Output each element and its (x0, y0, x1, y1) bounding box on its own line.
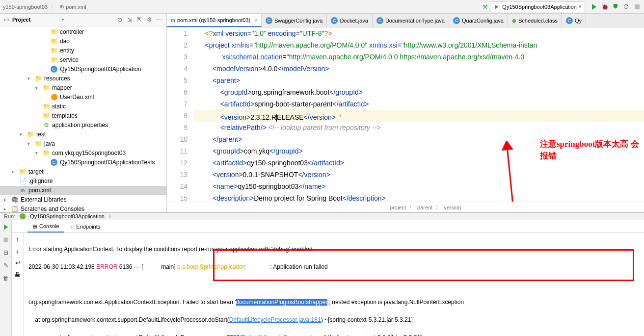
editor-tab[interactable]: CQy (562, 14, 586, 27)
console-output[interactable]: Error starting ApplicationContext. To di… (24, 233, 644, 336)
svg-point-2 (20, 213, 26, 219)
tree-item[interactable]: ▾📁resources (0, 74, 166, 83)
run-config-selector[interactable]: Qy150Springboot03Application ▾ (490, 1, 585, 12)
expand-icon[interactable]: ⇲ (126, 16, 133, 23)
spring-icon (19, 213, 26, 220)
run-config-name[interactable]: Qy150Springboot03Application (30, 213, 105, 219)
select-file-icon[interactable]: ⊙ (116, 16, 123, 23)
editor-tab[interactable]: mpom.xml (qy150-springboot03)× (167, 14, 262, 27)
editor-tab[interactable]: CQuarzConfig.java (449, 14, 508, 27)
tree-item[interactable]: CQy150Springboot03ApplicationTests (0, 158, 166, 167)
hide-icon[interactable]: — (156, 16, 162, 23)
top-toolbar: y150-springboot03 〉 m pom.xml ⚒ Qy150Spr… (0, 0, 644, 14)
debug-icon[interactable]: 🐞 (601, 3, 609, 11)
run-tool-window: Run: Qy150Springboot03Application × ⊟ ✎ … (0, 212, 644, 335)
chevron-down-icon: ▾ (579, 3, 582, 10)
tree-item[interactable]: CQy150Springboot03Application (0, 65, 166, 74)
tab-close-icon[interactable]: × (108, 214, 111, 219)
pin-icon[interactable]: ✎ (2, 261, 10, 269)
svg-rect-3 (3, 238, 8, 242)
trash-icon[interactable]: 🗑 (2, 274, 10, 282)
console-tab[interactable]: ▤ Console (27, 221, 64, 233)
line-number: 4 (167, 63, 188, 75)
editor-tab[interactable]: CDocket.java (327, 14, 372, 27)
gear-icon[interactable]: ⚙ (146, 16, 153, 23)
project-tab-icon: ▭ (4, 16, 9, 23)
line-number: 6 (167, 86, 188, 98)
tree-item[interactable]: 📁templates (0, 111, 166, 121)
line-number: 1 (167, 27, 188, 39)
tree-item[interactable]: ▸📁target (0, 167, 166, 177)
line-number: 14 (167, 181, 188, 192)
tree-item[interactable]: ▾📁mapper (0, 83, 166, 93)
tree-item[interactable]: ▸📋Scratches and Consoles (0, 205, 166, 212)
run-sidebar-inner: ↑ ↓ ↩ 🖶 (12, 233, 24, 336)
breadcrumb-file[interactable]: pom.xml (66, 4, 86, 10)
close-icon[interactable]: × (254, 18, 257, 23)
rerun-icon[interactable] (2, 223, 10, 231)
line-number: 3 (167, 51, 188, 63)
tree-item[interactable]: 📁controller (0, 27, 166, 37)
tree-item[interactable]: 📁static (0, 102, 166, 111)
maven-icon: m (59, 4, 64, 9)
line-number: 2 (167, 39, 188, 51)
down-icon[interactable]: ↓ (16, 248, 19, 255)
tree-item[interactable]: 🟠UserDao.xml (0, 93, 166, 102)
tree-item[interactable]: ▸📚External Libraries (0, 195, 166, 205)
stop-icon[interactable] (2, 236, 10, 244)
breadcrumb-sep: 〉 (51, 2, 56, 11)
up-icon[interactable]: ↑ (16, 236, 19, 243)
tree-item[interactable]: 📁service (0, 55, 166, 65)
editor-tabs: mpom.xml (qy150-springboot03)×CSwaggerCo… (167, 14, 644, 27)
code-lines[interactable]: <?xml version="1.0" encoding="UTF-8"?> <… (194, 27, 644, 202)
print-icon[interactable]: 🖶 (15, 271, 21, 278)
collapse-icon[interactable]: ⇱ (136, 16, 143, 23)
tree-item[interactable]: ▾📁com.ykq.qy150springboot03 (0, 149, 166, 158)
line-number: 10 (167, 133, 188, 145)
code-breadcrumb[interactable]: project〉 parent〉 version (167, 202, 644, 212)
tree-item[interactable]: ▾📁test (0, 130, 166, 139)
line-gutter: 123456789101112131415 (167, 27, 194, 202)
layout-icon[interactable]: ⊟ (2, 249, 10, 257)
tree-item[interactable]: 📁dao (0, 37, 166, 46)
endpoint-icon: ⎌ (71, 224, 74, 230)
line-number: 13 (167, 169, 188, 181)
editor-tab[interactable]: ⬢Scheduled.class (508, 14, 562, 27)
build-icon[interactable]: ⚒ (483, 3, 488, 10)
line-number: 5 (167, 75, 188, 86)
line-number: 9 (167, 122, 188, 133)
editor-tab[interactable]: CDocumentationType.java (373, 14, 449, 27)
run-config-name: Qy150Springboot03Application (502, 4, 577, 10)
run-label: Run: (4, 213, 15, 219)
coverage-icon[interactable]: ⛊ (612, 3, 619, 11)
console-icon: ▤ (32, 223, 37, 230)
project-title[interactable]: Project (12, 17, 59, 23)
endpoints-tab[interactable]: ⎌ Endpoints (66, 221, 105, 233)
editor-panel: mpom.xml (qy150-springboot03)×CSwaggerCo… (167, 14, 644, 212)
svg-rect-0 (635, 4, 640, 9)
tree-item[interactable]: 📄.gitignore (0, 177, 166, 186)
profile-icon[interactable]: ⏱ (622, 3, 630, 11)
chevron-down-icon[interactable]: ▾ (62, 17, 64, 22)
line-number: 15 (167, 192, 188, 202)
line-number: 12 (167, 157, 188, 169)
wrap-icon[interactable]: ↩ (15, 259, 20, 266)
project-tool-window: ▭ Project ▾ ⊙ ⇲ ⇱ ⚙ — 📁controller📁dao📁en… (0, 14, 167, 212)
tree-item[interactable]: mpom.xml (0, 186, 166, 195)
run-sidebar-outer: ⊟ ✎ 🗑 (0, 220, 12, 336)
line-number: 7 (167, 98, 188, 110)
tree-item[interactable]: ⚙application.properties (0, 121, 166, 130)
stop-icon[interactable] (633, 3, 641, 11)
editor-tab[interactable]: CSwaggerConfig.java (262, 14, 327, 27)
code-editor[interactable]: 123456789101112131415 <?xml version="1.0… (167, 27, 644, 202)
line-number: 8 (167, 110, 188, 122)
breadcrumb-parent[interactable]: y150-springboot03 (3, 4, 48, 10)
line-number: 11 (167, 145, 188, 157)
project-tree[interactable]: 📁controller📁dao📁entity📁serviceCQy150Spri… (0, 26, 166, 212)
run-icon[interactable] (590, 3, 598, 11)
tree-item[interactable]: 📁entity (0, 46, 166, 55)
tree-item[interactable]: ▾📁java (0, 139, 166, 149)
